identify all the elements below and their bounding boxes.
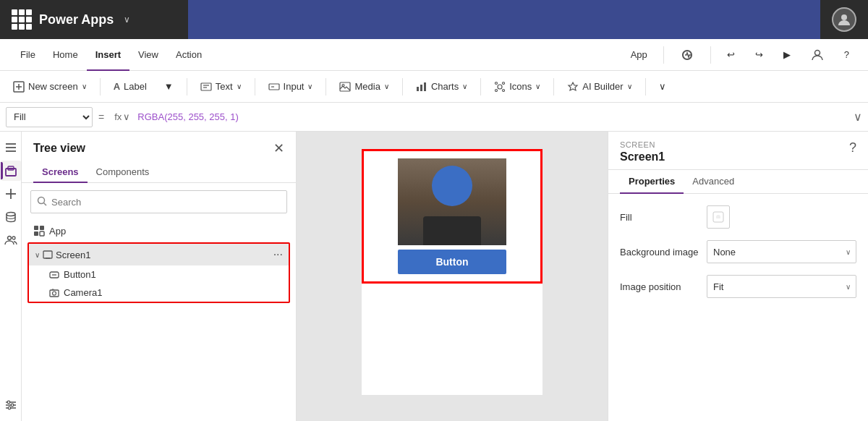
- menu-divider-2: [710, 46, 711, 64]
- formula-equals: =: [95, 111, 107, 123]
- right-panel-tabs: Properties Advanced: [608, 170, 868, 194]
- menu-right: App ↩ ↪ ▶ ?: [624, 39, 856, 71]
- svg-point-17: [503, 82, 505, 84]
- new-screen-button[interactable]: New screen ∨: [6, 75, 94, 98]
- tree-item-app[interactable]: App: [27, 221, 290, 241]
- toolbar-help[interactable]: ?: [837, 39, 856, 71]
- sidebar-layers-icon[interactable]: [1, 161, 21, 181]
- svg-rect-40: [34, 231, 38, 236]
- right-tab-advanced[interactable]: Advanced: [684, 170, 743, 194]
- right-panel: SCREEN Screen1 ? Properties Advanced Fil…: [608, 132, 868, 421]
- svg-rect-5: [201, 83, 211, 90]
- toolbar-divider-6: [480, 78, 481, 95]
- toolbar-redo[interactable]: ↪: [748, 39, 770, 71]
- input-button[interactable]: Input ∨: [261, 75, 320, 98]
- toolbar-user[interactable]: [804, 39, 831, 71]
- toolbar-health-icon[interactable]: [673, 39, 702, 71]
- sidebar-plus-icon[interactable]: [1, 184, 21, 204]
- label-icon: A: [114, 81, 120, 92]
- svg-rect-38: [34, 226, 38, 230]
- menu-file[interactable]: File: [12, 39, 44, 71]
- sidebar-people-icon[interactable]: [1, 230, 21, 250]
- right-panel-help-button[interactable]: ?: [849, 140, 856, 156]
- formula-fx-button[interactable]: fx ∨: [110, 111, 135, 122]
- background-image-select[interactable]: None: [707, 240, 856, 263]
- formula-input[interactable]: [137, 107, 851, 127]
- tree-item-camera1[interactable]: Camera1: [29, 284, 289, 302]
- top-bar-left: Power Apps ∨: [0, 9, 188, 30]
- svg-rect-10: [340, 82, 350, 91]
- screen1-label: Screen1: [56, 250, 90, 260]
- toolbar-play[interactable]: ▶: [776, 39, 798, 71]
- user-avatar[interactable]: [832, 7, 856, 32]
- tree-panel-close-button[interactable]: ✕: [273, 140, 284, 156]
- svg-rect-39: [40, 226, 44, 230]
- formula-property-select[interactable]: Fill: [6, 107, 93, 127]
- charts-label: Charts: [431, 81, 459, 92]
- waffle-icon[interactable]: [12, 9, 32, 30]
- text-button[interactable]: Text ∨: [193, 75, 249, 98]
- tree-items: App ∨ Screen1 ··· Button1 Camera1: [22, 221, 296, 421]
- image-position-select-wrap: Fit ∨: [707, 275, 856, 298]
- menu-app[interactable]: App: [624, 39, 655, 71]
- canvas-camera-widget: [398, 158, 506, 245]
- left-sidebar: [0, 132, 22, 421]
- label-text: Label: [124, 81, 147, 92]
- svg-point-18: [495, 89, 498, 91]
- right-tab-properties[interactable]: Properties: [620, 170, 684, 194]
- toolbar-undo[interactable]: ↩: [720, 39, 742, 71]
- canvas-area: Button: [297, 132, 608, 421]
- svg-point-15: [498, 85, 502, 89]
- prop-value-image-position: Fit ∨: [707, 275, 856, 298]
- sidebar-database-icon[interactable]: [1, 207, 21, 227]
- input-label: Input: [284, 81, 305, 92]
- canvas-button-widget[interactable]: Button: [398, 250, 506, 274]
- menu-view[interactable]: View: [129, 39, 167, 71]
- top-bar-center: [188, 0, 820, 39]
- media-button[interactable]: Media ∨: [332, 75, 396, 98]
- background-image-select-wrap: None ∨: [707, 240, 856, 263]
- svg-point-34: [11, 404, 14, 407]
- prop-label-image-position: Image position: [620, 281, 707, 292]
- screen-chevron-icon: ∨: [35, 251, 40, 259]
- screen-group: ∨ Screen1 ··· Button1 Camera1: [27, 242, 290, 303]
- svg-line-37: [44, 203, 47, 205]
- tree-search-input[interactable]: [51, 197, 281, 208]
- tree-panel-header: Tree view ✕: [22, 132, 296, 156]
- more-button[interactable]: ∨: [652, 75, 673, 98]
- menu-insert[interactable]: Insert: [87, 39, 129, 71]
- label-button[interactable]: A Label: [106, 75, 154, 98]
- menu-divider-1: [663, 46, 664, 64]
- svg-point-35: [8, 407, 11, 409]
- toolbar-divider-5: [402, 78, 403, 95]
- menu-action[interactable]: Action: [167, 39, 210, 71]
- icons-chevron: ∨: [535, 82, 540, 90]
- label-chevron-button[interactable]: ▼: [157, 75, 181, 98]
- top-bar-right: [820, 7, 868, 32]
- ai-builder-button[interactable]: AI Builder ∨: [560, 75, 639, 98]
- icons-button[interactable]: Icons ∨: [487, 75, 548, 98]
- tree-item-screen1[interactable]: ∨ Screen1 ···: [29, 244, 289, 265]
- tree-item-button1[interactable]: Button1: [29, 265, 289, 284]
- svg-rect-13: [420, 85, 422, 91]
- tree-tab-screens[interactable]: Screens: [33, 162, 88, 183]
- formula-expand-icon[interactable]: ∨: [854, 110, 862, 124]
- charts-button[interactable]: Charts ∨: [409, 75, 475, 98]
- image-position-select[interactable]: Fit: [707, 275, 856, 298]
- app-title-chevron[interactable]: ∨: [124, 14, 130, 25]
- tree-search-box: [30, 190, 287, 213]
- tree-search-icon: [37, 196, 47, 208]
- sidebar-hamburger-icon[interactable]: [1, 137, 21, 158]
- sidebar-sliders-icon[interactable]: [1, 395, 21, 415]
- menu-bar: File Home Insert View Action App ↩ ↪ ▶ ?: [0, 39, 868, 71]
- right-panel-content: Fill Background image None: [608, 194, 868, 421]
- fill-color-button[interactable]: [707, 205, 730, 229]
- toolbar-divider-2: [187, 78, 187, 95]
- formula-bar: Fill = fx ∨ ∨: [0, 103, 868, 132]
- tree-tab-components[interactable]: Components: [88, 162, 158, 183]
- canvas-screen[interactable]: Button: [362, 149, 542, 395]
- menu-home[interactable]: Home: [44, 39, 87, 71]
- icons-label: Icons: [509, 81, 532, 92]
- screen-dots-icon[interactable]: ···: [273, 248, 283, 261]
- app-title: Power Apps: [39, 12, 114, 27]
